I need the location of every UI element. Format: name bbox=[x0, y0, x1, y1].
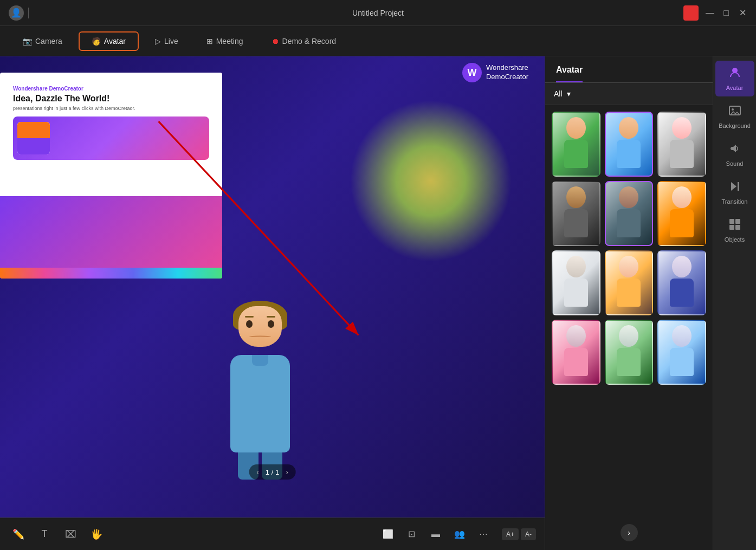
avatar-sidebar-icon bbox=[728, 66, 741, 82]
svg-point-4 bbox=[732, 108, 734, 111]
chevron-down-icon: ▾ bbox=[567, 89, 571, 98]
objects-sidebar-label: Objects bbox=[725, 236, 745, 243]
window-controls: — □ ✕ bbox=[683, 5, 747, 21]
avatar-grid bbox=[545, 105, 713, 517]
right-panel: Avatar All ▾ bbox=[545, 56, 756, 550]
sound-sidebar-label: Sound bbox=[726, 160, 744, 167]
stamp-button[interactable]: 🖐 bbox=[87, 525, 106, 544]
transition-sidebar-icon bbox=[728, 180, 741, 196]
slide-brand: Wondershare DemoCreator bbox=[13, 86, 209, 92]
avatar-list-panel: Avatar All ▾ bbox=[545, 56, 713, 550]
sidebar-item-sound[interactable]: Sound bbox=[715, 137, 754, 172]
screen-layout-button[interactable]: ⬜ bbox=[378, 525, 398, 544]
avatar-item[interactable] bbox=[552, 181, 600, 246]
demo-record-icon: ⏺ bbox=[272, 37, 279, 46]
objects-sidebar-icon bbox=[728, 218, 741, 234]
font-increase-button[interactable]: A+ bbox=[502, 528, 519, 540]
avatar-item[interactable] bbox=[657, 320, 706, 385]
slide-subtitle: presentations right in just a few clicks… bbox=[13, 106, 209, 111]
avatar-panel-title: Avatar bbox=[556, 65, 583, 82]
page-indicator: ‹ 1 / 1 › bbox=[249, 464, 296, 480]
tab-live[interactable]: ▷ Live bbox=[143, 33, 190, 50]
filter-dropdown[interactable]: All ▾ bbox=[554, 89, 571, 98]
page-prev-button[interactable]: ‹ bbox=[256, 468, 259, 476]
crop-button[interactable]: ⌧ bbox=[61, 525, 80, 544]
bottom-toolbar: ✏️ T ⌧ 🖐 ⬜ ⊡ ▬ 👥 ⋯ A+ A- bbox=[0, 517, 545, 550]
camera-icon: 📷 bbox=[23, 37, 32, 46]
tab-demo-record[interactable]: ⏺ Demo & Record bbox=[260, 33, 348, 50]
minimize-button[interactable]: — bbox=[705, 8, 715, 18]
svg-rect-7 bbox=[729, 219, 734, 224]
slide-overlay: Wondershare DemoCreator Idea, Dazzle The… bbox=[0, 73, 222, 279]
avatar-icon: 🧑 bbox=[92, 37, 101, 46]
avatar-item[interactable] bbox=[605, 320, 654, 385]
titlebar-left-spacer: 👤 bbox=[9, 5, 74, 21]
sidebar-item-background[interactable]: Background bbox=[715, 99, 754, 134]
main-content: Wondershare DemoCreator Idea, Dazzle The… bbox=[0, 56, 756, 550]
avatar-item[interactable] bbox=[605, 181, 654, 246]
avatar-sidebar-label: Avatar bbox=[726, 85, 744, 91]
background-sidebar-icon bbox=[728, 104, 741, 120]
more-button[interactable]: ⋯ bbox=[474, 525, 493, 544]
camera-layout-button[interactable]: ⊡ bbox=[402, 525, 422, 544]
draw-button[interactable]: ✏️ bbox=[9, 525, 28, 544]
avatar-item[interactable] bbox=[552, 250, 600, 315]
close-button[interactable]: ✕ bbox=[738, 8, 747, 18]
sidebar-item-transition[interactable]: Transition bbox=[715, 174, 754, 210]
scroll-more-button[interactable]: › bbox=[621, 524, 638, 541]
slide-image-area bbox=[0, 196, 222, 279]
avatar-filter[interactable]: All ▾ bbox=[545, 83, 713, 105]
tab-meeting[interactable]: ⊞ Meeting bbox=[195, 33, 255, 50]
avatar-item[interactable] bbox=[605, 250, 654, 315]
slide-content: Wondershare DemoCreator Idea, Dazzle The… bbox=[0, 73, 222, 196]
svg-rect-6 bbox=[738, 182, 739, 191]
avatar-item[interactable] bbox=[605, 112, 654, 177]
deco-circle bbox=[350, 100, 512, 262]
page-next-button[interactable]: › bbox=[286, 468, 288, 476]
avatar-item[interactable] bbox=[657, 181, 706, 246]
font-size-controls: A+ A- bbox=[502, 528, 536, 540]
transition-sidebar-label: Transition bbox=[722, 198, 748, 205]
background-sidebar-label: Background bbox=[719, 122, 751, 129]
record-button[interactable] bbox=[683, 5, 699, 21]
font-decrease-button[interactable]: A- bbox=[521, 528, 536, 540]
divider bbox=[28, 8, 29, 18]
filter-label: All bbox=[554, 89, 563, 98]
group-button[interactable]: 👥 bbox=[450, 525, 469, 544]
window-title: Untitled Project bbox=[352, 9, 404, 17]
avatar-item[interactable] bbox=[657, 112, 706, 177]
avatar-item[interactable] bbox=[552, 112, 600, 177]
tab-avatar[interactable]: 🧑 Avatar bbox=[79, 31, 139, 51]
tab-camera[interactable]: 📷 Camera bbox=[11, 33, 74, 50]
sound-sidebar-icon bbox=[728, 142, 741, 158]
avatar-panel-header: Avatar bbox=[545, 56, 713, 83]
slide-inner-screen bbox=[13, 117, 209, 160]
page-info: 1 / 1 bbox=[266, 468, 279, 476]
svg-marker-5 bbox=[731, 182, 736, 191]
svg-rect-9 bbox=[729, 225, 734, 230]
nav-tabs: 📷 Camera 🧑 Avatar ▷ Live ⊞ Meeting ⏺ Dem… bbox=[0, 26, 756, 56]
display-button[interactable]: ▬ bbox=[426, 525, 445, 544]
text-button[interactable]: T bbox=[35, 525, 54, 544]
ws-logo-text: Wondershare DemoCreator bbox=[486, 63, 528, 82]
avatar-item[interactable] bbox=[552, 320, 600, 385]
toolbar-right: ⬜ ⊡ ▬ 👥 ⋯ A+ A- bbox=[378, 525, 536, 544]
avatar-character bbox=[206, 301, 314, 485]
sidebar-item-objects[interactable]: Objects bbox=[715, 212, 754, 248]
svg-rect-10 bbox=[735, 225, 740, 230]
svg-rect-8 bbox=[735, 219, 740, 224]
avatar-item[interactable] bbox=[657, 250, 706, 315]
preview-canvas: Wondershare DemoCreator Idea, Dazzle The… bbox=[0, 56, 545, 517]
maximize-button[interactable]: □ bbox=[721, 8, 731, 18]
right-sidebar: Avatar Background bbox=[713, 56, 756, 550]
preview-area: Wondershare DemoCreator Idea, Dazzle The… bbox=[0, 56, 545, 550]
user-avatar[interactable]: 👤 bbox=[9, 5, 24, 21]
slide-title: Idea, Dazzle The World! bbox=[13, 94, 209, 103]
sidebar-item-avatar[interactable]: Avatar bbox=[715, 61, 754, 96]
ws-logo: W Wondershare DemoCreator bbox=[462, 63, 528, 82]
toolbar-left: ✏️ T ⌧ 🖐 bbox=[9, 525, 106, 544]
scroll-more-area: › bbox=[545, 517, 713, 550]
ws-logo-icon: W bbox=[462, 63, 482, 82]
titlebar: 👤 Untitled Project — □ ✕ bbox=[0, 0, 756, 26]
meeting-icon: ⊞ bbox=[206, 37, 213, 46]
